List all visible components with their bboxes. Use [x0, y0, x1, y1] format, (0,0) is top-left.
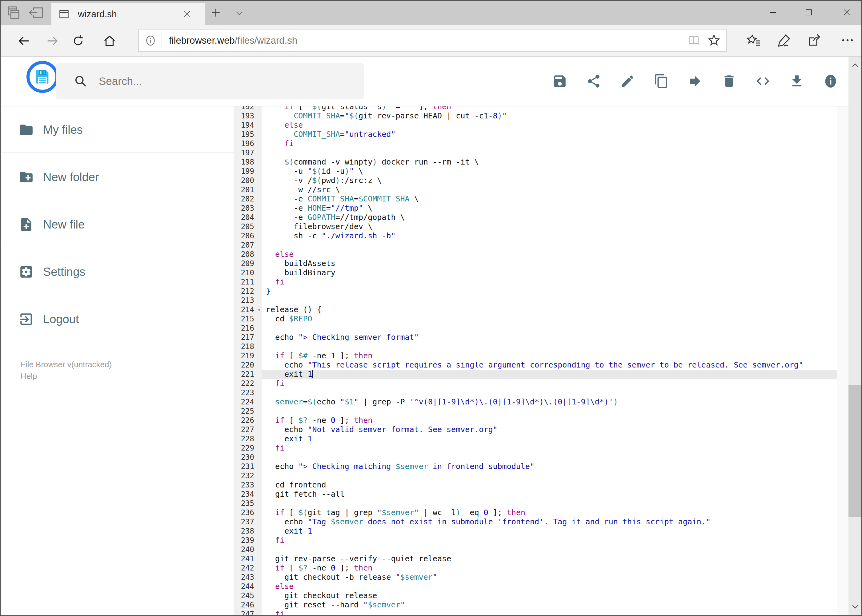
code-line[interactable]: 204 -e GOPATH=//tmp/gopath \ [233, 213, 837, 222]
code-line[interactable]: 195 COMMIT_SHA="untracked" [233, 130, 837, 139]
code-line[interactable]: 235 [233, 499, 837, 508]
code-line[interactable]: 193 COMMIT_SHA="$(git rev-parse HEAD | c… [233, 112, 837, 121]
tabs-set-aside-list-button[interactable] [5, 4, 22, 22]
code-line[interactable]: 196 fi [233, 139, 837, 148]
code-line[interactable]: 198 $(command -v winpty) docker run --rm… [233, 157, 837, 167]
code-line[interactable]: 224 semver=$(echo "$1" | grep -P '^v(0|[… [233, 398, 837, 407]
code-line[interactable]: 247 fi [233, 610, 837, 616]
code-line[interactable]: 208 else [233, 250, 837, 259]
code-line[interactable]: 226 if [ $? -ne 0 ]; then [233, 416, 837, 425]
refresh-button[interactable] [69, 33, 87, 50]
tab-close-button[interactable] [182, 9, 192, 19]
code-line[interactable]: 238 exit 1 [233, 526, 837, 536]
sidebar-item-settings[interactable]: Settings [1, 259, 233, 284]
code-line[interactable]: 234 git fetch --all [233, 490, 837, 499]
scroll-down-button[interactable] [848, 600, 862, 614]
code-line[interactable]: 218 [233, 342, 837, 351]
code-line[interactable]: 244 else [233, 582, 837, 591]
sidebar-item-logout[interactable]: Logout [1, 307, 233, 332]
share-page-button[interactable] [805, 32, 824, 49]
code-line[interactable]: 246 git reset --hard "$semver" [233, 600, 837, 610]
code-line[interactable]: 236 if [ $(git tag | grep "$semver" | wc… [233, 508, 837, 517]
new-tab-button[interactable] [210, 7, 222, 19]
download-button[interactable] [780, 63, 814, 100]
sidebar-item-my-files[interactable]: My files [1, 118, 233, 142]
code-line[interactable]: 203 -e HOME="//tmp" \ [233, 204, 837, 213]
scroll-up-button[interactable] [848, 59, 862, 72]
address-bar[interactable]: filebrowser.web/files/wizard.sh [138, 30, 727, 52]
save-button[interactable] [543, 63, 577, 100]
code-editor[interactable]: 192 if [ "$(git status -s)" = "" ]; then… [233, 107, 837, 616]
code-line[interactable]: 206 sh -c "./wizard.sh -b" [233, 231, 837, 240]
forward-button[interactable] [44, 33, 61, 50]
copy-button[interactable] [645, 63, 678, 100]
code-line[interactable]: 194 else [233, 121, 837, 130]
code-line[interactable]: 197 [233, 148, 837, 157]
code-line[interactable]: 243 git checkout -b release "$semver" [233, 573, 837, 582]
back-button[interactable] [16, 33, 33, 50]
set-tabs-aside-button[interactable] [28, 4, 45, 22]
code-line[interactable]: 225 [233, 407, 837, 416]
search-box[interactable]: Search... [56, 63, 364, 99]
code-line[interactable]: 233 cd frontend [233, 480, 837, 490]
code-line[interactable]: 217 echo "> Checking semver format" [233, 333, 837, 342]
scrollbar-thumb[interactable] [848, 385, 862, 517]
code-line[interactable]: 213 [233, 296, 837, 305]
code-line[interactable]: 242 if [ $? -ne 0 ]; then [233, 563, 837, 573]
sidebar-item-new-folder[interactable]: New folder [1, 165, 233, 189]
code-line[interactable]: 232 [233, 471, 837, 480]
code-line[interactable]: 229 fi [233, 443, 837, 453]
code-line[interactable]: 214▾release () { [233, 305, 837, 314]
tab-list-button[interactable] [233, 8, 246, 19]
minimize-button[interactable] [759, 1, 787, 25]
share-button[interactable] [577, 63, 611, 100]
code-line[interactable]: 231 echo "> Checking matching $semver in… [233, 462, 837, 471]
code-line[interactable]: 222 fi [233, 379, 837, 388]
code-line[interactable]: 216 [233, 324, 837, 333]
favorites-hub-button[interactable] [745, 32, 763, 49]
code-line[interactable]: 241 git rev-parse --verify --quiet relea… [233, 554, 837, 563]
code-line[interactable]: 192 if [ "$(git status -s)" = "" ]; then [233, 107, 837, 112]
reading-view-button[interactable] [686, 33, 702, 49]
tab-wizard-sh[interactable]: wizard.sh [51, 3, 205, 25]
code-line[interactable]: 228 exit 1 [233, 434, 837, 443]
code-line[interactable]: 200 -v /$(pwd):/src:z \ [233, 176, 837, 185]
move-button[interactable] [678, 63, 712, 100]
web-note-button[interactable] [775, 32, 793, 49]
help-link[interactable]: Help [20, 370, 112, 382]
code-line[interactable]: 205 filebrowser/dev \ [233, 222, 837, 231]
code-line[interactable]: 220 echo "This release script requires a… [233, 360, 837, 370]
code-line[interactable]: 240 [233, 545, 837, 554]
code-line[interactable]: 219 if [ $# -ne 1 ]; then [233, 351, 837, 360]
more-actions-button[interactable] [838, 32, 857, 49]
code-line[interactable]: 202 -e COMMIT_SHA=$COMMIT_SHA \ [233, 194, 837, 204]
page-scrollbar[interactable] [848, 57, 862, 616]
code-line[interactable]: 209 buildAssets [233, 259, 837, 268]
code-line[interactable]: 207 [233, 240, 837, 250]
sidebar-item-new-file[interactable]: New file [1, 212, 233, 237]
code-line[interactable]: 201 -w //src \ [233, 185, 837, 194]
filebrowser-logo[interactable] [27, 61, 58, 93]
delete-button[interactable] [712, 63, 746, 100]
code-line[interactable]: 215 cd $REPO [233, 314, 837, 324]
code-line[interactable]: 221 exit 1 [233, 370, 837, 379]
code-line[interactable]: 211 fi [233, 277, 837, 287]
code-line[interactable]: 245 git checkout release [233, 591, 837, 600]
code-line[interactable]: 239 fi [233, 536, 837, 545]
code-line[interactable]: 230 [233, 453, 837, 462]
maximize-button[interactable] [794, 1, 823, 25]
code-line[interactable]: 237 echo "Tag $semver does not exist in … [233, 517, 837, 526]
info-button[interactable] [814, 63, 848, 100]
edit-button[interactable] [611, 63, 645, 100]
code-line[interactable]: 199 -u "$(id -u)" \ [233, 167, 837, 176]
home-button[interactable] [101, 33, 118, 50]
url-text[interactable]: filebrowser.web/files/wizard.sh [169, 35, 297, 46]
close-window-button[interactable] [833, 1, 861, 25]
code-line[interactable]: 227 echo "Not valid semver format. See s… [233, 425, 837, 434]
fold-toggle-icon[interactable]: ▾ [257, 305, 261, 314]
code-line[interactable]: 223 [233, 388, 837, 398]
code-line[interactable]: 212} [233, 287, 837, 296]
code-button[interactable] [746, 63, 780, 100]
code-line[interactable]: 210 buildBinary [233, 268, 837, 277]
add-favorite-button[interactable] [706, 33, 722, 49]
